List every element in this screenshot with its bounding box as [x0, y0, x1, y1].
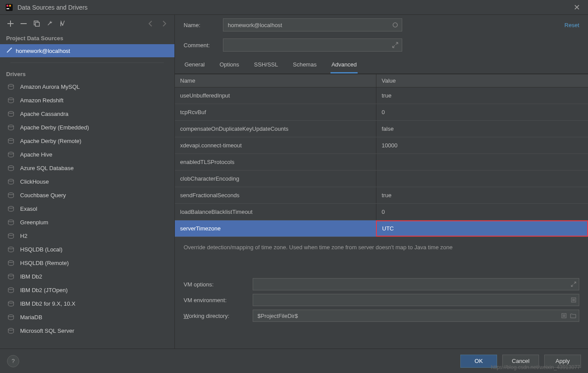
cell-name[interactable]: compensateOnDuplicateKeyUpdateCounts — [175, 121, 376, 137]
datasource-item[interactable]: homework@localhost — [0, 44, 174, 57]
expand-icon[interactable] — [392, 42, 398, 48]
table-row[interactable]: enabledTLSProtocols — [175, 154, 588, 171]
driver-item[interactable]: Greenplum — [0, 216, 174, 229]
driver-icon — [7, 97, 15, 105]
th-value[interactable]: Value — [376, 74, 588, 87]
drivers-list[interactable]: Amazon Aurora MySQLAmazon RedshiftApache… — [0, 80, 174, 349]
expand-icon[interactable] — [571, 282, 576, 287]
tab-sshssl[interactable]: SSH/SSL — [253, 58, 279, 73]
table-row[interactable]: sendFractionalSecondstrue — [175, 187, 588, 204]
driver-item[interactable]: Microsoft SQL Server — [0, 324, 174, 338]
drivers-header: Drivers — [0, 68, 174, 80]
comment-field[interactable] — [223, 38, 402, 52]
circle-icon[interactable] — [392, 22, 398, 28]
svg-point-12 — [8, 152, 14, 153]
cell-value[interactable]: true — [376, 87, 588, 104]
driver-item[interactable]: IBM Db2 (JTOpen) — [0, 283, 174, 297]
driver-item[interactable]: ClickHouse — [0, 175, 174, 188]
driver-item[interactable]: MariaDB — [0, 310, 174, 324]
help-button[interactable]: ? — [7, 355, 19, 367]
driver-item[interactable]: HSQLDB (Local) — [0, 243, 174, 256]
vm-env-field[interactable] — [253, 294, 579, 306]
reset-link[interactable]: Reset — [564, 22, 579, 28]
driver-label: Apache Hive — [20, 151, 52, 158]
workingdir-field[interactable]: $ProjectFileDir$ — [253, 310, 579, 322]
driver-label: Microsoft SQL Server — [20, 328, 74, 334]
cell-name[interactable]: clobCharacterEncoding — [175, 171, 376, 187]
add-icon[interactable] — [6, 19, 15, 28]
ok-button[interactable]: OK — [460, 355, 497, 368]
driver-icon — [7, 151, 15, 159]
close-button[interactable]: ✕ — [571, 2, 583, 13]
driver-item[interactable]: Amazon Aurora MySQL — [0, 80, 174, 94]
svg-rect-3 — [9, 5, 11, 7]
driver-item[interactable]: Apache Derby (Remote) — [0, 134, 174, 148]
cell-value[interactable]: UTC — [376, 220, 588, 237]
th-name[interactable]: Name — [175, 74, 376, 87]
forward-icon[interactable] — [160, 19, 168, 28]
driver-item[interactable]: Amazon Redshift — [0, 94, 174, 107]
cell-value[interactable]: 0 — [376, 204, 588, 220]
svg-point-22 — [8, 287, 14, 289]
driver-label: Greenplum — [20, 219, 48, 226]
tab-general[interactable]: General — [184, 58, 205, 73]
folder-icon[interactable] — [570, 313, 576, 318]
cell-name[interactable]: xdevapi.connect-timeout — [175, 137, 376, 153]
driver-item[interactable]: H2 — [0, 229, 174, 243]
cell-value[interactable]: 10000 — [376, 137, 588, 153]
cell-value[interactable]: true — [376, 187, 588, 203]
tab-advanced[interactable]: Advanced — [331, 58, 358, 73]
driver-item[interactable]: Couchbase Query — [0, 188, 174, 202]
svg-rect-2 — [7, 5, 8, 7]
dialog-title: Data Sources and Drivers — [17, 4, 87, 11]
remove-icon[interactable] — [19, 19, 28, 28]
cell-value[interactable] — [376, 154, 588, 170]
cell-name[interactable]: tcpRcvBuf — [175, 104, 376, 120]
back-icon[interactable] — [146, 19, 155, 28]
name-value: homework@localhost — [228, 22, 282, 28]
cell-name[interactable]: serverTimezone — [175, 220, 376, 237]
cell-value[interactable]: false — [376, 121, 588, 137]
cancel-button[interactable]: Cancel — [502, 355, 539, 368]
list-icon[interactable] — [571, 297, 576, 303]
driver-item[interactable]: HSQLDB (Remote) — [0, 256, 174, 270]
driver-item[interactable]: Apache Hive — [0, 148, 174, 161]
name-field[interactable]: homework@localhost — [223, 18, 402, 31]
driver-item[interactable]: Apache Cassandra — [0, 107, 174, 121]
driver-label: H2 — [20, 233, 28, 239]
driver-icon — [7, 83, 15, 91]
driver-item[interactable]: Apache Derby (Embedded) — [0, 121, 174, 134]
tab-schemas[interactable]: Schemas — [292, 58, 317, 73]
cell-name[interactable]: loadBalanceBlacklistTimeout — [175, 204, 376, 220]
driver-item[interactable]: IBM Db2 — [0, 270, 174, 283]
driver-label: Apache Cassandra — [20, 111, 69, 117]
table-row[interactable]: useUnbufferedInputtrue — [175, 87, 588, 104]
driver-item[interactable]: Exasol — [0, 202, 174, 216]
goto-icon[interactable] — [59, 19, 67, 28]
cell-name[interactable]: sendFractionalSeconds — [175, 187, 376, 203]
cell-name[interactable]: useUnbufferedInput — [175, 87, 376, 104]
svg-point-7 — [8, 84, 14, 86]
copy-icon[interactable] — [32, 19, 41, 28]
cell-value[interactable] — [376, 171, 588, 187]
cell-name[interactable]: enabledTLSProtocols — [175, 154, 376, 170]
apply-button[interactable]: Apply — [544, 355, 581, 368]
table-row[interactable]: clobCharacterEncoding — [175, 171, 588, 187]
driver-icon — [7, 110, 15, 118]
table-row[interactable]: xdevapi.connect-timeout10000 — [175, 137, 588, 154]
driver-item[interactable]: Azure SQL Database — [0, 161, 174, 175]
table-row[interactable]: tcpRcvBuf0 — [175, 104, 588, 121]
table-row[interactable]: compensateOnDuplicateKeyUpdateCountsfals… — [175, 121, 588, 137]
driver-label: IBM Db2 for 9.X, 10.X — [20, 300, 75, 307]
list-icon[interactable] — [561, 313, 567, 318]
driver-icon — [7, 314, 15, 321]
driver-item[interactable]: IBM Db2 for 9.X, 10.X — [0, 297, 174, 310]
cell-value[interactable]: 0 — [376, 104, 588, 120]
wrench-icon[interactable] — [45, 19, 54, 28]
driver-icon — [7, 259, 15, 267]
vm-options-field[interactable] — [253, 278, 579, 290]
tab-options[interactable]: Options — [219, 58, 240, 73]
table-row[interactable]: serverTimezoneUTC — [175, 220, 588, 237]
table-row[interactable]: loadBalanceBlacklistTimeout0 — [175, 204, 588, 220]
property-description: Override detection/mapping of time zone.… — [175, 237, 588, 272]
